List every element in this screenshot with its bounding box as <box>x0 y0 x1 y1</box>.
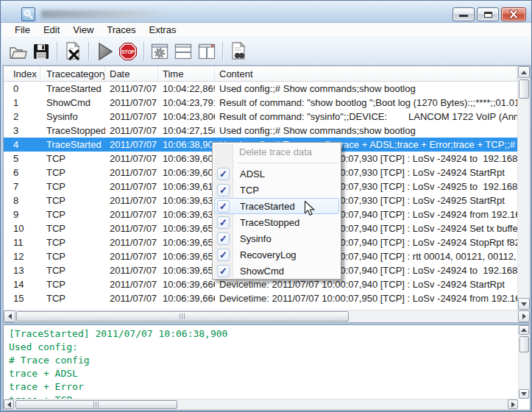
detail-line: Used config: <box>9 341 518 354</box>
menu-item[interactable]: Extras <box>143 23 183 38</box>
scroll-down-button[interactable] <box>519 389 529 399</box>
table-row[interactable]: 2 Sysinfo 2011/07/07 10:04:23,806 Result… <box>4 110 517 124</box>
context-menu-item[interactable]: ✓ TCP <box>214 182 339 198</box>
arrow-left-icon <box>8 313 12 319</box>
trace-context-menu: Delete trace data ✓ ADSL ✓ TCP ✓ TraceSt… <box>212 142 341 280</box>
close-button[interactable] <box>501 7 526 21</box>
scroll-up-button[interactable] <box>519 325 529 335</box>
trace-options-icon <box>149 41 170 62</box>
table-header: Index Tracecategory Date Time Content <box>4 66 517 82</box>
split-horizontal-button[interactable] <box>172 40 194 63</box>
arrow-left-icon <box>7 402 11 408</box>
scroll-right-button[interactable] <box>508 399 518 409</box>
checkmark-icon: ✓ <box>217 249 230 261</box>
column-header-content[interactable]: Content <box>215 66 517 81</box>
search-icon <box>228 41 249 62</box>
menu-item[interactable]: File <box>8 23 37 38</box>
minimize-icon <box>459 15 468 17</box>
toolbar-separator <box>57 42 57 61</box>
menu-item-delete-trace-data[interactable]: Delete trace data <box>214 144 339 160</box>
detail-line: # Trace config <box>9 354 518 367</box>
open-file-icon <box>7 41 28 62</box>
toolbar-separator <box>88 42 89 61</box>
checkmark-icon: ✓ <box>217 200 230 213</box>
arrow-right-icon <box>511 402 515 408</box>
close-icon <box>502 8 525 21</box>
start-trace-button[interactable] <box>93 40 116 63</box>
window-title <box>41 10 166 18</box>
scroll-left-button[interactable] <box>4 310 15 322</box>
arrow-up-icon <box>521 71 527 74</box>
column-header-index[interactable]: Index <box>4 66 40 81</box>
panel-vertical-scrollbar[interactable] <box>518 325 530 399</box>
trace-options-button[interactable] <box>149 40 171 63</box>
start-trace-icon <box>94 41 115 62</box>
checkmark-icon: ✓ <box>217 168 230 180</box>
column-header-date[interactable]: Date <box>105 66 158 81</box>
stop-trace-icon: STOP <box>118 41 138 62</box>
trace-detail-panel: [TraceStarted] 2011/07/07 10:06:38,900 U… <box>3 324 531 411</box>
checkmark-icon: ✓ <box>217 232 230 245</box>
toolbar: STOP <box>1 38 532 65</box>
save-icon <box>32 42 51 61</box>
panel-vscroll-thumb[interactable] <box>519 336 529 352</box>
thumb-grip <box>93 402 100 408</box>
column-header-tracecategory[interactable]: Tracecategory <box>40 66 105 81</box>
menu-item[interactable]: Edit <box>37 23 66 38</box>
open-file-button[interactable] <box>7 40 29 63</box>
menu-item[interactable]: View <box>66 23 100 38</box>
context-menu-item[interactable]: ✓ ADSL <box>214 166 339 182</box>
arrow-down-icon <box>521 302 527 306</box>
context-menu-item[interactable]: ✓ Sysinfo <box>214 230 339 246</box>
table-row[interactable]: 1 ShowCmd 2011/07/07 10:04:23,791 Result… <box>4 96 517 110</box>
table-vertical-scrollbar[interactable] <box>517 66 530 310</box>
panel-hscroll-thumb[interactable] <box>15 400 177 409</box>
arrow-up-icon <box>521 328 527 332</box>
scroll-right-button[interactable] <box>518 310 530 322</box>
app-magnifier-icon <box>21 7 35 21</box>
panel-horizontal-scrollbar[interactable] <box>4 399 518 410</box>
maximize-button[interactable] <box>477 7 499 21</box>
stop-trace-button[interactable]: STOP <box>117 40 139 63</box>
table-hscroll-thumb[interactable] <box>16 311 349 322</box>
toolbar-separator <box>222 42 223 61</box>
arrow-down-icon <box>521 392 527 396</box>
detail-line: [TraceStarted] 2011/07/07 10:06:38,900 <box>9 327 518 341</box>
column-header-time[interactable]: Time <box>158 66 215 81</box>
table-row[interactable]: 0 TraceStarted 2011/07/07 10:04:22,869 U… <box>4 82 517 96</box>
table-row[interactable]: 3 TraceStopped 2011/07/07 10:04:27,150 U… <box>4 124 517 138</box>
svg-text:STOP: STOP <box>121 49 135 54</box>
scroll-up-button[interactable] <box>518 66 530 78</box>
split-vertical-icon <box>196 41 217 62</box>
split-vertical-button[interactable] <box>196 40 218 63</box>
mouse-cursor-icon <box>304 201 316 220</box>
search-button[interactable] <box>227 40 249 63</box>
table-vscroll-thumb[interactable] <box>519 79 529 99</box>
checkmark-icon: ✓ <box>217 184 230 196</box>
menu-separator <box>238 163 338 163</box>
split-horizontal-icon <box>173 41 194 62</box>
menu-bar: File Edit View Traces Extras <box>1 23 532 38</box>
detail-line: trace + Error <box>9 380 518 394</box>
detail-line: trace + TCP <box>9 394 518 399</box>
context-menu-item[interactable]: ✓ TraceStarted <box>214 198 339 214</box>
menu-item[interactable]: Traces <box>100 23 142 38</box>
save-button[interactable] <box>30 40 52 63</box>
checkmark-icon: ✓ <box>217 216 230 229</box>
delete-trace-icon <box>63 41 83 62</box>
detail-line: trace + ADSL <box>9 367 518 380</box>
table-row[interactable]: 15 TCP 2011/07/07 10:06:39,666 Devicetim… <box>4 291 517 305</box>
context-menu-item[interactable]: ✓ ShowCmd <box>214 263 339 279</box>
minimize-button[interactable] <box>453 7 475 21</box>
title-bar <box>1 1 532 23</box>
checkmark-icon: ✓ <box>217 265 230 277</box>
scroll-down-button[interactable] <box>518 298 530 310</box>
delete-trace-button[interactable] <box>62 40 84 63</box>
maximize-icon <box>484 12 492 18</box>
context-menu-item[interactable]: ✓ RecoveryLog <box>214 246 339 263</box>
context-menu-item[interactable]: ✓ TraceStopped <box>214 214 339 230</box>
scroll-left-button[interactable] <box>4 399 14 409</box>
table-horizontal-scrollbar[interactable] <box>4 310 530 322</box>
toolbar-separator <box>143 42 144 61</box>
trace-detail-text: [TraceStarted] 2011/07/07 10:06:38,900 U… <box>4 325 518 399</box>
